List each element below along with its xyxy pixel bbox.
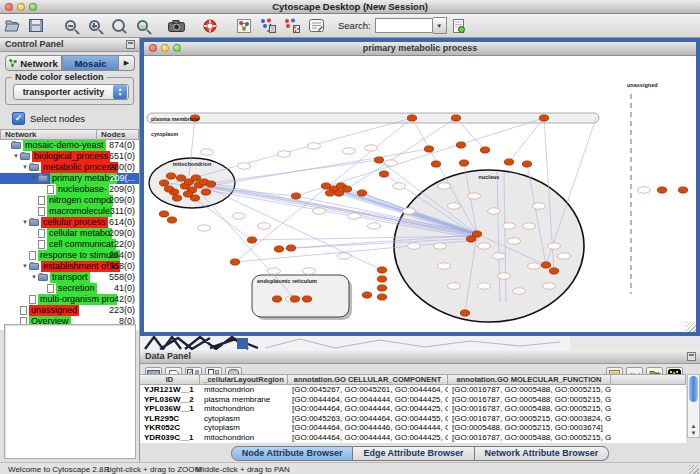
graph-node-ghost[interactable]: [533, 203, 546, 209]
snapshot-icon[interactable]: [165, 16, 187, 35]
graph-node-ghost[interactable]: [368, 223, 381, 229]
select-nodes-checkbox[interactable]: ✓: [12, 112, 25, 125]
graph-node-ghost[interactable]: [385, 160, 398, 166]
graph-node[interactable]: [456, 142, 465, 148]
graph-node-ghost[interactable]: [403, 208, 416, 214]
graph-node-ghost[interactable]: [543, 283, 556, 289]
graph-node-ghost[interactable]: [313, 208, 326, 214]
graph-node[interactable]: [164, 186, 173, 192]
tree-row[interactable]: multi-organism pro42(0): [0, 294, 139, 305]
tree-expand-icon[interactable]: ▼: [30, 173, 38, 184]
graph-node[interactable]: [407, 115, 416, 121]
tree-row[interactable]: ▼transport558(0): [0, 272, 139, 283]
graph-node[interactable]: [159, 211, 168, 217]
tree-expand-icon[interactable]: ▼: [21, 162, 29, 173]
graph-node[interactable]: [377, 267, 386, 273]
graph-node[interactable]: [201, 189, 210, 195]
frame-resize-grip[interactable]: [686, 322, 696, 332]
tree-row[interactable]: unassigned223(0): [0, 305, 139, 316]
graph-node-ghost[interactable]: [478, 283, 491, 289]
graph-node-ghost[interactable]: [268, 268, 281, 274]
tree-row[interactable]: cell communicat22(0): [0, 239, 139, 250]
birdseye-view[interactable]: [4, 324, 136, 459]
graph-node[interactable]: [539, 115, 548, 121]
background-window-sliver[interactable]: [140, 336, 700, 350]
search-dropdown-arrow[interactable]: ▼: [433, 17, 447, 34]
tree-row[interactable]: ▼cellular process614(0): [0, 217, 139, 228]
graph-node-ghost[interactable]: [548, 243, 561, 249]
graph-node[interactable]: [286, 245, 295, 251]
scrollbar-arrows[interactable]: ▲▼: [688, 423, 699, 437]
graph-node[interactable]: [377, 276, 386, 282]
graph-node[interactable]: [274, 246, 283, 252]
window-resize-grip[interactable]: [689, 465, 699, 474]
search-add-icon[interactable]: [448, 16, 470, 35]
graph-node[interactable]: [230, 259, 239, 265]
table-row[interactable]: YJR121W__1mitochondrion[GO:0045267, GO:0…: [140, 385, 686, 395]
graph-node[interactable]: [183, 191, 192, 197]
graph-node-ghost[interactable]: [438, 183, 451, 189]
region-plasma-membrane[interactable]: [147, 113, 599, 123]
graph-node-ghost[interactable]: [201, 149, 214, 155]
graph-node-ghost[interactable]: [513, 288, 526, 294]
graph-node-ghost[interactable]: [338, 253, 351, 259]
graph-node[interactable]: [159, 180, 168, 186]
graph-node-ghost[interactable]: [365, 145, 378, 151]
graph-node[interactable]: [272, 296, 281, 302]
tab-network-attribute-browser[interactable]: Network Attribute Browser: [475, 446, 610, 461]
graph-node[interactable]: [167, 217, 176, 223]
graph-node[interactable]: [549, 268, 558, 274]
graph-node[interactable]: [290, 296, 299, 302]
graph-node-ghost[interactable]: [343, 148, 356, 154]
table-column-header[interactable]: annotation.GO MOLECULAR_FUNCTION: [448, 374, 611, 385]
graph-node[interactable]: [206, 181, 215, 187]
graph-node[interactable]: [480, 147, 489, 153]
graph-node-ghost[interactable]: [434, 243, 447, 249]
tree-row[interactable]: cellular metabo209(0): [0, 228, 139, 239]
graph-node-ghost[interactable]: [393, 183, 406, 189]
tree-row[interactable]: secretion41(0): [0, 283, 139, 294]
tree-row[interactable]: nucleobase-209(0): [0, 184, 139, 195]
open-file-icon[interactable]: [1, 16, 23, 35]
graph-node[interactable]: [522, 161, 531, 167]
zoom-fit-icon[interactable]: [107, 16, 129, 35]
table-row[interactable]: YPL036W__1mitochondrion[GO:0044464, GO:0…: [140, 404, 686, 414]
graph-node-ghost[interactable]: [638, 187, 651, 193]
layout-apply-icon[interactable]: [281, 16, 303, 35]
graph-node-ghost[interactable]: [488, 208, 501, 214]
graph-node[interactable]: [302, 296, 311, 302]
graph-node-ghost[interactable]: [408, 243, 421, 249]
graph-node-ghost[interactable]: [558, 253, 571, 259]
graph-node[interactable]: [166, 173, 175, 179]
graph-node[interactable]: [466, 236, 475, 242]
graph-node[interactable]: [357, 190, 366, 196]
graph-node[interactable]: [541, 262, 550, 268]
scrollbar-thumb[interactable]: [689, 376, 698, 402]
graph-node[interactable]: [362, 292, 371, 298]
tree-row[interactable]: nitrogen compo209(0): [0, 195, 139, 206]
table-row[interactable]: YKR052Ccytoplasm[GO:0044464, GO:0044446,…: [140, 423, 686, 433]
table-row[interactable]: YDR039C__1mitochondrion[GO:0044464, GO:0…: [140, 433, 686, 443]
float-panel-icon[interactable]: [126, 40, 135, 49]
graph-node[interactable]: [291, 193, 300, 199]
graph-node-ghost[interactable]: [258, 223, 271, 229]
graph-node-ghost[interactable]: [448, 203, 461, 209]
graph-node-ghost[interactable]: [493, 253, 506, 259]
graph-node[interactable]: [334, 190, 343, 196]
help-icon[interactable]: [199, 16, 221, 35]
graph-node[interactable]: [342, 186, 351, 192]
graph-node-ghost[interactable]: [478, 243, 491, 249]
tab-network[interactable]: Network: [5, 55, 62, 71]
graph-node-ghost[interactable]: [308, 143, 321, 149]
graph-node-ghost[interactable]: [233, 213, 246, 219]
graph-node-ghost[interactable]: [498, 273, 511, 279]
tree-row[interactable]: ▼establishment of lo558(0): [0, 261, 139, 272]
table-column-header[interactable]: ID: [140, 374, 200, 385]
tree-row[interactable]: response to stimulu264(0): [0, 250, 139, 261]
graph-node[interactable]: [374, 157, 383, 163]
modify-network-icon[interactable]: [233, 16, 255, 35]
graph-node[interactable]: [377, 285, 386, 291]
graph-node-ghost[interactable]: [468, 193, 481, 199]
network-frame-titlebar[interactable]: primary metabolic process: [144, 42, 696, 56]
table-scrollbar[interactable]: ▲▼: [687, 374, 700, 438]
